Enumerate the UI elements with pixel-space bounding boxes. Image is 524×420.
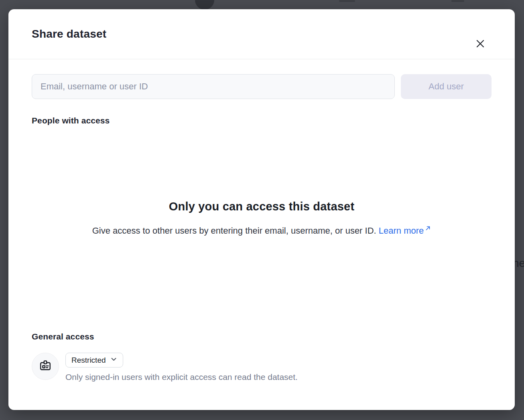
add-user-button[interactable]: Add user — [401, 74, 492, 99]
access-icon-circle — [32, 353, 59, 380]
general-access-details: Restricted Only signed-in users with exp… — [65, 353, 298, 382]
empty-state-description-text: Give access to other users by entering t… — [92, 226, 376, 236]
access-level-selected: Restricted — [71, 356, 106, 365]
modal-body: Add user People with access Only you can… — [8, 74, 515, 382]
modal-header: Share dataset — [8, 9, 515, 59]
id-badge-icon — [39, 359, 52, 374]
general-access-heading: General access — [32, 332, 492, 341]
user-search-input[interactable] — [32, 74, 395, 99]
background-ui-fragment — [451, 0, 464, 2]
chevron-down-icon — [110, 356, 117, 365]
empty-state-title: Only you can access this dataset — [32, 200, 492, 213]
people-with-access-heading: People with access — [32, 116, 492, 125]
learn-more-link[interactable]: Learn more — [379, 226, 431, 236]
share-dataset-modal: Share dataset Add user People with acces… — [8, 9, 515, 410]
background-avatar — [195, 0, 214, 10]
add-user-row: Add user — [32, 74, 492, 99]
empty-state-description: Give access to other users by entering t… — [32, 223, 492, 236]
general-access-description: Only signed-in users with explicit acces… — [65, 372, 298, 382]
empty-state: Only you can access this dataset Give ac… — [32, 200, 492, 236]
close-icon — [475, 38, 485, 50]
close-button[interactable] — [471, 34, 490, 54]
general-access-row: Restricted Only signed-in users with exp… — [32, 353, 492, 382]
learn-more-label: Learn more — [379, 226, 424, 236]
screen: ne Share dataset Add user People with ac… — [0, 0, 524, 420]
background-ui-fragment — [339, 0, 355, 2]
access-level-dropdown[interactable]: Restricted — [65, 353, 123, 368]
modal-title: Share dataset — [32, 28, 106, 40]
arrow-up-right-icon — [425, 223, 431, 233]
